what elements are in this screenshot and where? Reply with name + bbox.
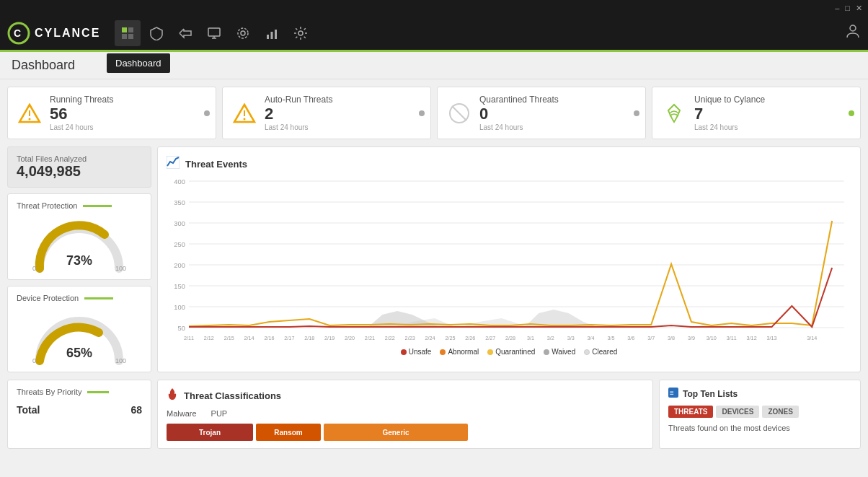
tab-threats[interactable]: THREATS [668, 406, 713, 418]
svg-text:2/22: 2/22 [385, 336, 395, 341]
priority-total-row: Total 68 [17, 402, 142, 418]
running-threats-info: Running Threats 56 Last 24 hours [50, 95, 114, 131]
svg-rect-6 [208, 28, 220, 36]
legend-cleared: Cleared [584, 348, 617, 356]
threat-classifications-panel[interactable]: Threat Classifications Malware PUP Troja… [157, 380, 653, 449]
svg-point-10 [238, 28, 248, 38]
left-panel: Total Files Analyzed 4,049,985 Threat Pr… [7, 146, 151, 372]
autorun-threats-icon [231, 100, 257, 126]
generic-bar[interactable]: Generic [324, 424, 468, 441]
autorun-threats-card[interactable]: Auto-Run Threats 2 Last 24 hours [222, 87, 431, 139]
legend-unsafe: Unsafe [401, 348, 432, 356]
svg-text:3/4: 3/4 [588, 336, 595, 341]
device-protection-gauge: 65% 0 100 [29, 307, 130, 364]
svg-text:C: C [14, 27, 21, 39]
svg-point-18 [29, 118, 31, 120]
chart-icon [167, 156, 180, 172]
legend-waived: Waived [544, 348, 575, 356]
svg-text:3/11: 3/11 [727, 336, 737, 341]
autorun-threats-title: Auto-Run Threats [265, 95, 333, 105]
nav-config[interactable] [288, 20, 314, 46]
svg-text:3/3: 3/3 [567, 336, 575, 341]
chart-area: 400 350 300 250 200 150 100 50 [167, 178, 851, 343]
svg-rect-13 [275, 30, 277, 39]
maximize-button[interactable]: □ [845, 4, 850, 12]
threats-priority-card[interactable]: Threats By Priority Total 68 [7, 380, 151, 449]
svg-text:3/9: 3/9 [688, 336, 695, 341]
top-ten-panel: ≡ Top Ten Lists THREATS DEVICES ZONES Th… [659, 380, 861, 449]
nav-settings[interactable] [230, 20, 256, 46]
svg-text:3/1: 3/1 [527, 336, 534, 341]
svg-rect-12 [271, 32, 273, 39]
flame-icon [167, 388, 178, 403]
close-button[interactable]: ✕ [856, 4, 862, 13]
svg-text:2/25: 2/25 [445, 336, 455, 341]
nav-reports[interactable] [259, 20, 285, 46]
tab-devices[interactable]: DEVICES [716, 406, 759, 418]
svg-point-15 [850, 25, 856, 31]
nav-protect[interactable] [143, 20, 169, 46]
svg-text:2/27: 2/27 [485, 336, 495, 341]
threat-protection-gauge: 73% 0 100 [29, 214, 130, 272]
svg-text:3/8: 3/8 [668, 336, 675, 341]
svg-text:50: 50 [177, 325, 185, 333]
logo: C CYLANCE [7, 22, 100, 45]
main-content: Running Threats 56 Last 24 hours Auto-Ru… [0, 79, 868, 477]
svg-rect-11 [267, 35, 269, 39]
device-protection-card[interactable]: Device Protection 65% 0 100 [7, 286, 151, 372]
nav-icons [115, 20, 314, 46]
nav-devices[interactable] [172, 20, 198, 46]
malware-label: Malware [167, 409, 197, 418]
svg-text:2/19: 2/19 [324, 336, 335, 341]
quarantined-threats-card[interactable]: Quarantined Threats 0 Last 24 hours [437, 87, 646, 139]
threat-events-panel[interactable]: Threat Events 400 350 300 [157, 146, 861, 372]
svg-rect-5 [128, 34, 133, 39]
svg-text:2/17: 2/17 [284, 336, 294, 341]
threat-protection-title: Threat Protection [17, 201, 142, 210]
svg-text:2/26: 2/26 [465, 336, 475, 341]
nav-dashboard[interactable] [115, 20, 141, 46]
svg-text:3/5: 3/5 [607, 336, 614, 341]
svg-text:300: 300 [174, 221, 185, 228]
threat-protection-value: 73% [66, 253, 92, 268]
ransom-bar[interactable]: Ransom [256, 424, 321, 441]
running-threats-card[interactable]: Running Threats 56 Last 24 hours [7, 87, 216, 139]
running-threats-sub: Last 24 hours [50, 123, 114, 131]
threat-categories: Malware PUP [167, 409, 644, 418]
running-threats-title: Running Threats [50, 95, 114, 105]
device-protection-title: Device Protection [17, 294, 142, 302]
svg-text:2/28: 2/28 [505, 336, 515, 341]
threats-priority-title: Threats By Priority [17, 388, 142, 396]
svg-text:400: 400 [174, 179, 185, 186]
quarantined-threats-sub: Last 24 hours [479, 123, 559, 131]
svg-text:2/14: 2/14 [244, 336, 254, 341]
priority-total-value: 68 [130, 404, 142, 416]
logo-text: CYLANCE [35, 27, 100, 40]
svg-line-23 [452, 106, 466, 121]
middle-section: Total Files Analyzed 4,049,985 Threat Pr… [7, 146, 861, 372]
svg-text:2/12: 2/12 [204, 336, 214, 341]
tab-zones[interactable]: ZONES [762, 406, 798, 418]
trojan-bar[interactable]: Trojan [167, 424, 253, 441]
quarantined-threats-info: Quarantined Threats 0 Last 24 hours [479, 95, 559, 131]
running-threats-dot [204, 110, 210, 116]
user-icon[interactable] [845, 23, 861, 43]
svg-text:350: 350 [174, 200, 185, 207]
threat-protection-min: 0 [32, 265, 36, 272]
files-analyzed-card: Total Files Analyzed 4,049,985 [7, 146, 151, 188]
running-threats-icon [17, 100, 43, 126]
top-ten-content: Threats found on the most devices [668, 424, 851, 432]
threat-protection-card[interactable]: Threat Protection 73% 0 100 [7, 193, 151, 280]
unique-cylance-title: Unique to Cylance [694, 95, 765, 105]
svg-rect-2 [122, 27, 127, 32]
unique-cylance-icon [661, 100, 687, 126]
stat-cards: Running Threats 56 Last 24 hours Auto-Ru… [7, 87, 861, 139]
minimize-button[interactable]: – [835, 4, 839, 12]
svg-text:200: 200 [174, 263, 185, 270]
nav-monitor[interactable] [201, 20, 227, 46]
svg-text:150: 150 [174, 284, 185, 291]
svg-point-9 [241, 31, 245, 35]
threat-protection-max: 100 [115, 265, 126, 272]
running-threats-value: 56 [50, 105, 114, 123]
unique-cylance-card[interactable]: Unique to Cylance 7 Last 24 hours [652, 87, 861, 139]
